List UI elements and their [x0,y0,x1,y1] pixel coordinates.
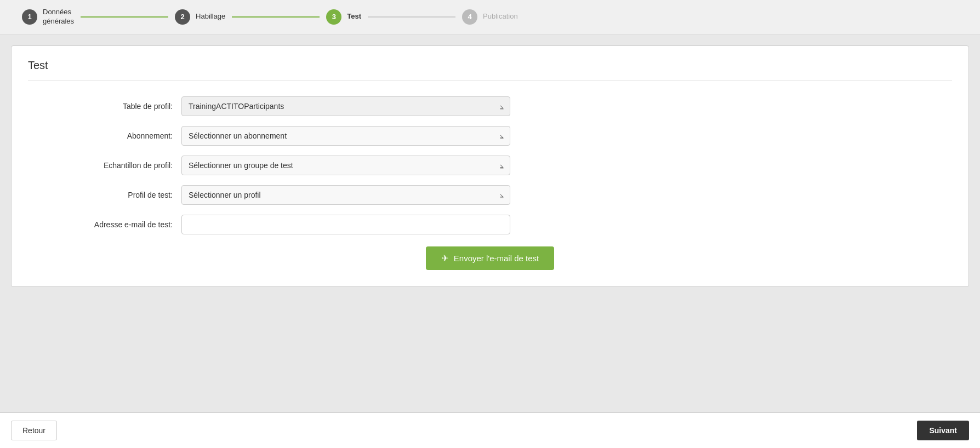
card-title: Test [28,59,952,72]
label-table-de-profil: Table de profil: [28,102,181,111]
send-email-button[interactable]: ✈ Envoyer l'e-mail de test [426,246,554,270]
form-row-table-de-profil: Table de profil: TrainingACTITOParticipa… [28,96,952,116]
control-abonnement: Sélectionner un abonnement ⦥ [181,126,510,146]
stepper: 1 Données générales 2 Habillage 3 Test 4… [0,0,980,35]
form-card: Test Table de profil: TrainingACTITOPart… [11,45,969,287]
step-3-circle: 3 [326,9,341,25]
select-wrapper-abonnement: Sélectionner un abonnement ⦥ [181,126,510,146]
step-2: 2 Habillage [175,9,225,25]
select-abonnement[interactable]: Sélectionner un abonnement [181,126,510,146]
connector-3 [368,16,455,18]
label-echantillon-de-profil: Echantillon de profil: [28,161,181,170]
bottom-nav: Retour Suivant [0,412,980,448]
step-2-label: Habillage [196,12,225,21]
send-button-label: Envoyer l'e-mail de test [454,254,539,263]
step-4: 4 Publication [462,9,518,25]
card-divider [28,81,952,81]
next-button[interactable]: Suivant [917,421,969,440]
select-wrapper-table-de-profil: TrainingACTITOParticipants ⦥ [181,96,510,116]
control-echantillon-de-profil: Sélectionner un groupe de test ⦥ [181,156,510,175]
step-2-circle: 2 [175,9,190,25]
form-row-echantillon-de-profil: Echantillon de profil: Sélectionner un g… [28,156,952,175]
control-profil-de-test: Sélectionner un profil ⦥ [181,185,510,205]
step-1: 1 Données générales [22,8,74,26]
step-3: 3 Test [326,9,361,25]
step-4-label: Publication [483,12,518,21]
step-1-label: Données générales [43,8,74,26]
select-table-de-profil[interactable]: TrainingACTITOParticipants [181,96,510,116]
send-icon: ✈ [441,253,448,263]
step-3-label: Test [347,12,361,21]
control-table-de-profil: TrainingACTITOParticipants ⦥ [181,96,510,116]
label-profil-de-test: Profil de test: [28,191,181,199]
form-row-email-de-test: Adresse e-mail de test: [28,215,952,234]
form-row-abonnement: Abonnement: Sélectionner un abonnement ⦥ [28,126,952,146]
select-profil-de-test[interactable]: Sélectionner un profil [181,185,510,205]
back-button[interactable]: Retour [11,421,57,440]
send-row: ✈ Envoyer l'e-mail de test [28,246,952,270]
select-wrapper-profil-de-test: Sélectionner un profil ⦥ [181,185,510,205]
input-email-de-test[interactable] [181,215,510,234]
step-4-circle: 4 [462,9,477,25]
connector-2 [232,16,320,18]
main-content: Test Table de profil: TrainingACTITOPart… [0,35,980,412]
form-row-profil-de-test: Profil de test: Sélectionner un profil ⦥ [28,185,952,205]
step-1-circle: 1 [22,9,37,25]
control-email-de-test [181,215,510,234]
label-abonnement: Abonnement: [28,131,181,140]
select-wrapper-echantillon-de-profil: Sélectionner un groupe de test ⦥ [181,156,510,175]
label-email-de-test: Adresse e-mail de test: [28,220,181,229]
connector-1 [81,16,168,18]
select-echantillon-de-profil[interactable]: Sélectionner un groupe de test [181,156,510,175]
